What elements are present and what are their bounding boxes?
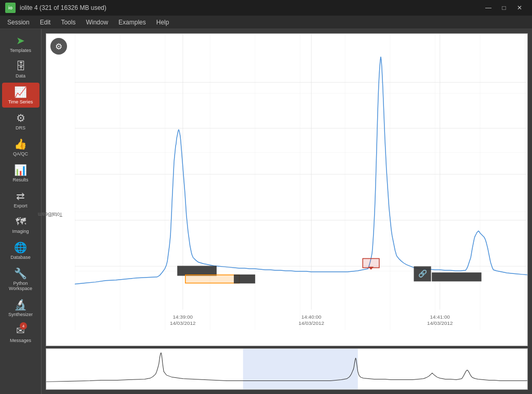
sidebar-item-pyworkspace[interactable]: 🔧Python Workspace	[2, 264, 39, 294]
sidebar-item-templates[interactable]: ➤Templates	[2, 31, 39, 56]
svg-text:14:40:00: 14:40:00	[301, 314, 322, 320]
data-icon: 🗄	[16, 60, 26, 72]
sidebar-label-imaging: Imaging	[12, 229, 29, 234]
svg-rect-1	[75, 34, 527, 330]
sidebar-label-pyworkspace: Python Workspace	[4, 281, 37, 291]
maximize-button[interactable]: □	[497, 3, 511, 13]
sidebar-label-templates: Templates	[10, 48, 31, 53]
database-icon: 🌐	[14, 241, 27, 254]
synthesizer-icon: 🔬	[14, 298, 27, 311]
svg-rect-24	[363, 258, 379, 268]
results-icon: 📊	[14, 164, 27, 176]
sidebar-label-results: Results	[12, 177, 28, 182]
sidebar-item-database[interactable]: 🌐Database	[2, 238, 39, 263]
sidebar-label-drs: DRS	[16, 125, 25, 130]
messages-badge-container: ✉ 4	[16, 324, 25, 338]
menubar: SessionEditToolsWindowExamplesHelp	[0, 16, 532, 29]
menu-item-window[interactable]: Window	[81, 18, 113, 27]
chart-settings-button[interactable]: ⚙	[50, 38, 67, 55]
window-controls: — □ ✕	[481, 3, 527, 13]
sidebar-item-synthesizer[interactable]: 🔬Synthesizer	[2, 295, 39, 320]
templates-icon: ➤	[16, 34, 25, 47]
main-layout: ➤Templates🗄Data📈Time Series⚙DRS👍QA/QC📊Re…	[0, 29, 532, 394]
pyworkspace-icon: 🔧	[14, 267, 27, 280]
sidebar-label-database: Database	[10, 255, 31, 260]
mini-chart	[46, 348, 528, 390]
sidebar-label-synthesizer: Synthesizer	[8, 312, 33, 317]
svg-rect-21	[178, 266, 216, 275]
sidebar-item-imaging[interactable]: 🗺Imaging	[2, 213, 39, 237]
content-area: ⚙ 🔍 ● ■ ● 🔍 TotalBeam 5e+07	[42, 29, 532, 394]
menu-item-help[interactable]: Help	[151, 18, 175, 27]
title-text: iolite 4 (321 of 16326 MB used)	[20, 4, 481, 11]
minimize-button[interactable]: —	[481, 3, 496, 13]
svg-rect-22	[185, 275, 240, 283]
svg-text:🔗: 🔗	[418, 269, 428, 278]
qaqc-icon: 👍	[14, 138, 27, 150]
messages-badge: 4	[20, 322, 27, 330]
sidebar: ➤Templates🗄Data📈Time Series⚙DRS👍QA/QC📊Re…	[0, 29, 42, 394]
svg-text:14/03/2012: 14/03/2012	[170, 320, 196, 326]
sidebar-label-data: Data	[16, 73, 25, 78]
sidebar-item-export[interactable]: ⇄Export	[2, 187, 39, 212]
y-axis-label: TotalBeam	[38, 212, 62, 217]
drs-icon: ⚙	[16, 112, 25, 124]
mini-chart-svg	[46, 349, 527, 389]
close-button[interactable]: ✕	[512, 3, 527, 13]
menu-item-examples[interactable]: Examples	[113, 18, 151, 27]
svg-text:14:41:00: 14:41:00	[430, 314, 450, 320]
svg-text:14/03/2012: 14/03/2012	[427, 320, 453, 326]
sidebar-item-results[interactable]: 📊Results	[2, 161, 39, 186]
sidebar-label-messages: Messages	[10, 338, 31, 343]
sidebar-item-messages[interactable]: ✉ 4 Messages	[2, 321, 39, 346]
titlebar: io iolite 4 (321 of 16326 MB used) — □ ✕	[0, 0, 532, 16]
app-logo: io	[5, 3, 16, 13]
sidebar-item-qaqc[interactable]: 👍QA/QC	[2, 135, 39, 160]
timeseries-icon: 📈	[14, 86, 27, 98]
sidebar-item-drs[interactable]: ⚙DRS	[2, 109, 39, 134]
chart-svg: 5e+07 4e+07 3e+07 2e+07 1e+07 14:39:00 1…	[75, 34, 527, 330]
menu-item-tools[interactable]: Tools	[56, 18, 81, 27]
sidebar-label-export: Export	[14, 203, 27, 208]
svg-rect-30	[243, 349, 358, 389]
sidebar-label-qaqc: QA/QC	[13, 151, 28, 156]
svg-rect-23	[234, 275, 255, 283]
menu-item-session[interactable]: Session	[2, 18, 35, 27]
sidebar-item-data[interactable]: 🗄Data	[2, 57, 39, 82]
svg-text:14/03/2012: 14/03/2012	[299, 320, 325, 326]
export-icon: ⇄	[16, 190, 25, 202]
sidebar-label-timeseries: Time Series	[8, 99, 33, 104]
menu-item-edit[interactable]: Edit	[35, 18, 56, 27]
svg-text:14:39:00: 14:39:00	[173, 314, 193, 320]
svg-rect-28	[432, 273, 481, 281]
imaging-icon: 🗺	[16, 216, 26, 228]
main-chart: ⚙ 🔍 ● ■ ● 🔍 TotalBeam 5e+07	[46, 33, 528, 346]
sidebar-item-timeseries[interactable]: 📈Time Series	[2, 83, 39, 108]
